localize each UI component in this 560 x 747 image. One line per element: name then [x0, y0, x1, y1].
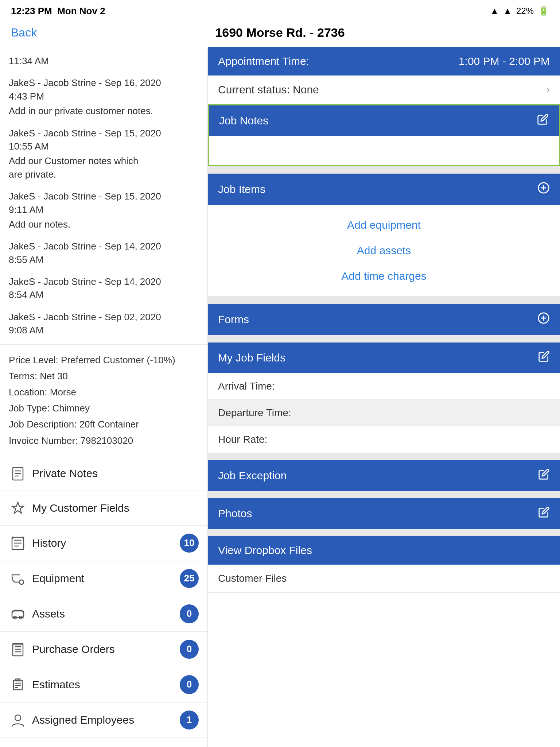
- job-items-section: Job Items Add equipment Add assets Add t…: [208, 174, 560, 297]
- hour-rate-field: Hour Rate:: [208, 426, 560, 453]
- log-meta: JakeS - Jacob Strine - Sep 02, 20209:08 …: [9, 310, 199, 337]
- nav-label-purchase-orders: Purchase Orders: [32, 643, 180, 655]
- nav-item-estimates[interactable]: Estimates 0: [0, 667, 207, 703]
- departure-time-field: Departure Time:: [208, 400, 560, 426]
- main-layout: 11:34 AM JakeS - Jacob Strine - Sep 16, …: [0, 47, 560, 747]
- job-items-add-icon[interactable]: [537, 182, 550, 197]
- page-title: 1690 Morse Rd. - 2736: [215, 26, 345, 40]
- log-entry: JakeS - Jacob Strine - Sep 15, 20209:11 …: [9, 190, 199, 231]
- signal-icon: ▲: [503, 6, 512, 16]
- my-job-fields-label: My Job Fields: [218, 352, 285, 364]
- app-header: Back 1690 Morse Rd. - 2736: [0, 22, 560, 47]
- nav-item-history[interactable]: History 10: [0, 526, 207, 561]
- nav-label-assets: Assets: [32, 608, 180, 620]
- nav-label-equipment: Equipment: [32, 572, 180, 585]
- log-meta: JakeS - Jacob Strine - Sep 15, 20209:11 …: [9, 190, 199, 216]
- estimates-badge: 0: [180, 675, 199, 694]
- nav-label-private-notes: Private Notes: [32, 467, 199, 480]
- job-notes-edit-icon[interactable]: [537, 113, 549, 128]
- view-dropbox-files-header[interactable]: View Dropbox Files: [208, 536, 560, 565]
- nav-item-equipment[interactable]: Equipment 25: [0, 561, 207, 596]
- job-items-label: Job Items: [218, 183, 265, 196]
- nav-label-estimates: Estimates: [32, 678, 180, 691]
- svg-point-11: [19, 580, 24, 584]
- log-entry: JakeS - Jacob Strine - Sep 15, 202010:55…: [9, 127, 199, 181]
- job-notes-header: Job Notes: [209, 105, 559, 136]
- section-gap-5: [208, 491, 560, 498]
- job-exception-label: Job Exception: [218, 469, 287, 482]
- log-time: 11:34 AM: [9, 54, 199, 67]
- photos-label: Photos: [218, 507, 252, 520]
- log-entry: JakeS - Jacob Strine - Sep 14, 20208:54 …: [9, 275, 199, 302]
- wifi-icon: ▲: [490, 6, 499, 16]
- appointment-time-row: Appointment Time: 1:00 PM - 2:00 PM: [208, 47, 560, 76]
- status-bar: 12:23 PM Mon Nov 2 ▲ ▲ 22% 🔋: [0, 0, 560, 22]
- log-meta: JakeS - Jacob Strine - Sep 16, 20204:43 …: [9, 76, 199, 103]
- back-button[interactable]: Back: [11, 26, 37, 39]
- forms-add-icon[interactable]: [537, 312, 550, 327]
- view-dropbox-files-label: View Dropbox Files: [218, 544, 312, 556]
- forms-header: Forms: [208, 304, 560, 335]
- add-equipment-link[interactable]: Add equipment: [208, 212, 560, 238]
- log-entry: JakeS - Jacob Strine - Sep 14, 20208:55 …: [9, 240, 199, 266]
- log-meta: JakeS - Jacob Strine - Sep 15, 202010:55…: [9, 127, 199, 153]
- history-badge: 10: [180, 534, 199, 553]
- purchase-orders-badge: 0: [180, 640, 199, 659]
- job-notes-label: Job Notes: [219, 115, 268, 127]
- purchase-orders-icon: [9, 640, 27, 658]
- arrival-time-field: Arrival Time:: [208, 373, 560, 400]
- log-entry: 11:34 AM: [9, 54, 199, 67]
- appointment-time-label: Appointment Time:: [218, 55, 309, 67]
- assigned-employees-badge: 1: [180, 711, 199, 729]
- nav-item-my-customer-fields[interactable]: My Customer Fields: [0, 491, 207, 526]
- current-status-label: Current status: None: [218, 84, 319, 96]
- job-items-action-links: Add equipment Add assets Add time charge…: [208, 205, 560, 296]
- svg-marker-4: [12, 502, 24, 513]
- photos-header: Photos: [208, 498, 560, 529]
- current-status-row[interactable]: Current status: None ›: [208, 76, 560, 104]
- history-icon: [9, 534, 27, 552]
- job-exception-edit-icon[interactable]: [538, 468, 550, 483]
- my-job-fields-header: My Job Fields: [208, 342, 560, 373]
- battery-percentage: 22%: [516, 6, 534, 16]
- add-assets-link[interactable]: Add assets: [208, 238, 560, 263]
- nav-label-my-customer-fields: My Customer Fields: [32, 502, 199, 514]
- section-gap-6: [208, 529, 560, 536]
- nav-item-assigned-employees[interactable]: Assigned Employees 1: [0, 703, 207, 738]
- nav-item-private-notes[interactable]: Private Notes: [0, 456, 207, 491]
- chevron-right-icon: ›: [547, 84, 550, 96]
- status-icons: ▲ ▲ 22% 🔋: [490, 6, 549, 16]
- job-notes-section: Job Notes: [208, 104, 560, 166]
- customer-files-row[interactable]: Customer Files: [208, 565, 560, 593]
- info-text: Price Level: Preferred Customer (-10%) T…: [9, 352, 199, 449]
- log-entry: JakeS - Jacob Strine - Sep 16, 20204:43 …: [9, 76, 199, 117]
- log-text: Add our Customer notes whichare private.: [9, 154, 199, 181]
- forms-label: Forms: [218, 313, 249, 326]
- appointment-time-value: 1:00 PM - 2:00 PM: [459, 55, 550, 67]
- job-exception-header: Job Exception: [208, 460, 560, 491]
- photos-edit-icon[interactable]: [538, 506, 550, 521]
- log-text: Add our notes.: [9, 218, 199, 231]
- job-notes-body[interactable]: [209, 136, 559, 165]
- assigned-employees-icon: [9, 711, 27, 729]
- section-gap-4: [208, 453, 560, 460]
- battery-icon: 🔋: [538, 6, 549, 16]
- nav-label-history: History: [32, 537, 180, 549]
- customer-files-label: Customer Files: [218, 573, 287, 584]
- section-gap-2: [208, 297, 560, 304]
- job-items-header: Job Items: [208, 174, 560, 205]
- log-meta: JakeS - Jacob Strine - Sep 14, 20208:55 …: [9, 240, 199, 266]
- section-gap-1: [208, 166, 560, 174]
- log-entry: JakeS - Jacob Strine - Sep 02, 20209:08 …: [9, 310, 199, 337]
- my-job-fields-edit-icon[interactable]: [538, 351, 550, 365]
- left-column: 11:34 AM JakeS - Jacob Strine - Sep 16, …: [0, 47, 208, 747]
- nav-item-assets[interactable]: Assets 0: [0, 596, 207, 632]
- equipment-badge: 25: [180, 569, 199, 588]
- nav-item-purchase-orders[interactable]: Purchase Orders 0: [0, 632, 207, 667]
- status-time: 12:23 PM Mon Nov 2: [11, 5, 105, 17]
- estimates-icon: [9, 676, 27, 694]
- right-column: Appointment Time: 1:00 PM - 2:00 PM Curr…: [208, 47, 560, 747]
- svg-point-28: [15, 715, 21, 721]
- add-time-charges-link[interactable]: Add time charges: [208, 263, 560, 289]
- log-text: Add in our private customer notes.: [9, 104, 199, 117]
